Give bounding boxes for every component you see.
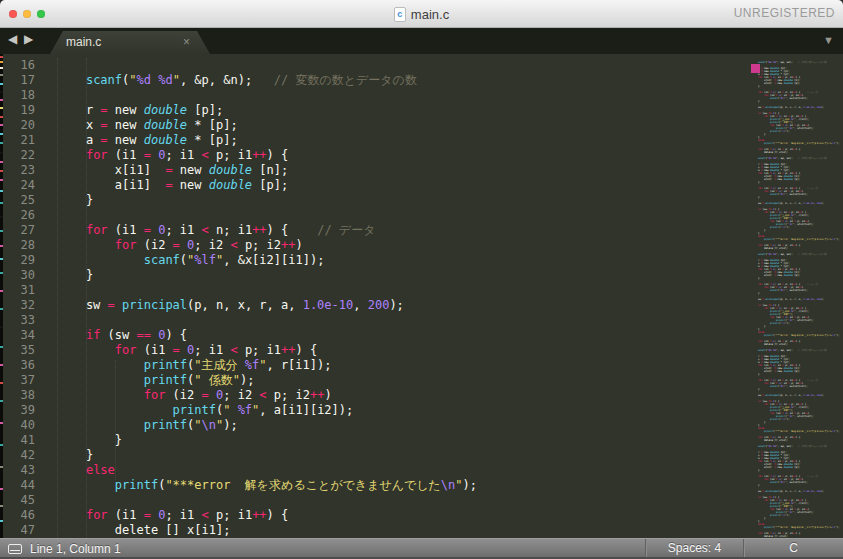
code-line[interactable]: 36 printf("主成分 %f", r[i1]); bbox=[0, 358, 477, 373]
line-number: 35 bbox=[0, 343, 35, 358]
nav-back-icon[interactable]: ◀ bbox=[8, 32, 17, 46]
code-line[interactable]: 22 for (i1 = 0; i1 < p; i1++) { bbox=[0, 148, 477, 163]
edge-mark bbox=[0, 170, 3, 172]
tab-label: main.c bbox=[66, 35, 101, 49]
code-text: x[i1] = new double [n]; bbox=[35, 163, 288, 178]
code-text bbox=[35, 58, 57, 73]
code-line[interactable]: 17 scanf("%d %d", &p, &n); // 変数の数とデータの数 bbox=[0, 73, 477, 88]
panel-toggle-icon[interactable] bbox=[8, 544, 22, 554]
edge-marker-strip bbox=[0, 54, 3, 538]
line-number: 33 bbox=[0, 313, 35, 328]
code-line[interactable]: 23 x[i1] = new double [n]; bbox=[0, 163, 477, 178]
code-line[interactable]: 26 bbox=[0, 208, 477, 223]
code-line[interactable]: 30 } bbox=[0, 268, 477, 283]
code-line[interactable]: 39 printf(" %f", a[i1][i2]); bbox=[0, 403, 477, 418]
line-number: 30 bbox=[0, 268, 35, 283]
edge-mark bbox=[0, 520, 3, 522]
line-number: 36 bbox=[0, 358, 35, 373]
line-number: 17 bbox=[0, 73, 35, 88]
title-bar: c main.c UNREGISTERED bbox=[0, 0, 843, 28]
code-line[interactable]: 41 } bbox=[0, 433, 477, 448]
line-number: 46 bbox=[0, 508, 35, 523]
code-line[interactable]: 29 scanf("%lf", &x[i2][i1]); bbox=[0, 253, 477, 268]
code-text: } bbox=[35, 268, 93, 283]
code-text: else bbox=[35, 463, 115, 478]
code-line[interactable]: 19 r = new double [p]; bbox=[0, 103, 477, 118]
indent-setting[interactable]: Spaces: 4 bbox=[645, 539, 743, 557]
code-text: a[i1] = new double [p]; bbox=[35, 178, 288, 193]
line-number: 41 bbox=[0, 433, 35, 448]
code-text: for (i1 = 0; i1 < p; i1++) { bbox=[35, 508, 288, 523]
edge-mark bbox=[0, 179, 3, 181]
code-line[interactable]: 40 printf("\n"); bbox=[0, 418, 477, 433]
code-text: printf(" 係数"); bbox=[35, 373, 254, 388]
edge-mark bbox=[0, 67, 3, 69]
minimap[interactable]: scanf("%d %d", &p, &n); // 変数の数とデータの数 r … bbox=[746, 54, 843, 538]
code-text: printf("主成分 %f", r[i1]); bbox=[35, 358, 331, 373]
line-number: 40 bbox=[0, 418, 35, 433]
code-text: x = new double * [p]; bbox=[35, 118, 238, 133]
edge-mark bbox=[0, 124, 3, 126]
code-line[interactable]: 31 bbox=[0, 283, 477, 298]
code-line[interactable]: 38 for (i2 = 0; i2 < p; i2++) bbox=[0, 388, 477, 403]
code-line[interactable]: 28 for (i2 = 0; i2 < p; i2++) bbox=[0, 238, 477, 253]
syntax-setting[interactable]: C bbox=[743, 539, 843, 557]
code-line[interactable]: 18 bbox=[0, 88, 477, 103]
tab-overflow-icon[interactable]: ▼ bbox=[823, 34, 834, 46]
line-number: 21 bbox=[0, 133, 35, 148]
code-line[interactable]: 20 x = new double * [p]; bbox=[0, 118, 477, 133]
line-number: 26 bbox=[0, 208, 35, 223]
code-line[interactable]: 47 delete [] x[i1]; bbox=[0, 523, 477, 538]
line-number: 34 bbox=[0, 328, 35, 343]
code-text: for (i2 = 0; i2 < p; i2++) bbox=[35, 388, 332, 403]
line-number: 42 bbox=[0, 448, 35, 463]
line-number: 19 bbox=[0, 103, 35, 118]
edge-mark bbox=[0, 382, 3, 384]
tab-close-icon[interactable]: × bbox=[183, 35, 190, 49]
edge-mark bbox=[0, 142, 3, 144]
line-number: 24 bbox=[0, 178, 35, 193]
edge-mark bbox=[0, 83, 3, 85]
line-number: 18 bbox=[0, 88, 35, 103]
nav-forward-icon[interactable]: ▶ bbox=[24, 32, 33, 46]
code-lines: 1617 scanf("%d %d", &p, &n); // 変数の数とデータ… bbox=[0, 58, 477, 538]
code-text bbox=[35, 88, 57, 103]
unregistered-label: UNREGISTERED bbox=[734, 6, 835, 20]
status-bar: Line 1, Column 1 Spaces: 4 C bbox=[0, 538, 843, 559]
code-line[interactable]: 16 bbox=[0, 58, 477, 73]
code-text bbox=[35, 208, 57, 223]
line-number: 28 bbox=[0, 238, 35, 253]
edge-mark bbox=[0, 74, 3, 76]
edge-mark bbox=[0, 230, 3, 232]
code-line[interactable]: 33 bbox=[0, 313, 477, 328]
code-line[interactable]: 45 bbox=[0, 493, 477, 508]
code-line[interactable]: 43 else bbox=[0, 463, 477, 478]
code-line[interactable]: 44 printf("***error 解を求めることができませんでした\n")… bbox=[0, 478, 477, 493]
code-line[interactable]: 37 printf(" 係数"); bbox=[0, 373, 477, 388]
code-line[interactable]: 42 } bbox=[0, 448, 477, 463]
edge-mark bbox=[0, 364, 3, 366]
code-line[interactable]: 35 for (i1 = 0; i1 < p; i1++) { bbox=[0, 343, 477, 358]
editor-pane[interactable]: 1617 scanf("%d %d", &p, &n); // 変数の数とデータ… bbox=[0, 54, 843, 538]
code-text: scanf("%lf", &x[i2][i1]); bbox=[35, 253, 324, 268]
code-line[interactable]: 34 if (sw == 0) { bbox=[0, 328, 477, 343]
line-number: 31 bbox=[0, 283, 35, 298]
edge-mark bbox=[0, 61, 3, 63]
code-line[interactable]: 24 a[i1] = new double [p]; bbox=[0, 178, 477, 193]
code-line[interactable]: 46 for (i1 = 0; i1 < p; i1++) { bbox=[0, 508, 477, 523]
title-group: c main.c bbox=[0, 0, 843, 28]
code-line[interactable]: 25 } bbox=[0, 193, 477, 208]
edge-mark bbox=[0, 91, 3, 93]
code-text bbox=[35, 493, 57, 508]
edge-mark bbox=[0, 308, 3, 310]
tab-main-c[interactable]: main.c × bbox=[50, 31, 210, 54]
line-number: 37 bbox=[0, 373, 35, 388]
code-line[interactable]: 32 sw = principal(p, n, x, r, a, 1.0e-10… bbox=[0, 298, 477, 313]
line-number: 47 bbox=[0, 523, 35, 538]
edge-mark bbox=[0, 488, 3, 490]
line-number: 44 bbox=[0, 478, 35, 493]
code-line[interactable]: 21 a = new double * [p]; bbox=[0, 133, 477, 148]
edge-mark bbox=[0, 422, 3, 424]
code-line[interactable]: 27 for (i1 = 0; i1 < n; i1++) { // データ bbox=[0, 223, 477, 238]
code-text: printf(" %f", a[i1][i2]); bbox=[35, 403, 353, 418]
